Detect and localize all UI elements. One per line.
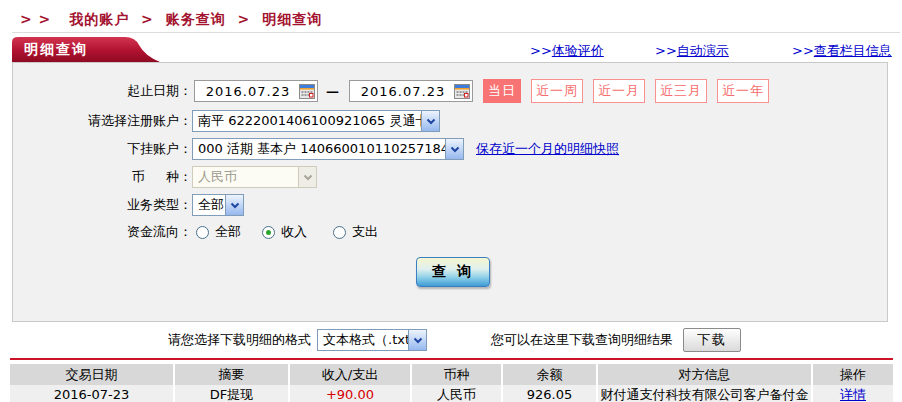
radio-icon[interactable] bbox=[196, 226, 209, 239]
download-format-label: 请您选择下载明细的格式 bbox=[168, 331, 311, 349]
table-top-line bbox=[10, 358, 893, 360]
detail-query-page: > > 我的账户 > 账务查询 > 明细查询 明细查询 >>体验评价 >>自动演… bbox=[0, 0, 902, 402]
breadcrumb-prefix: > > bbox=[20, 11, 51, 27]
header-income-expense: 收入/支出 bbox=[290, 364, 412, 385]
download-format-select[interactable]: 文本格式（.txt） bbox=[317, 329, 427, 351]
calendar-icon[interactable] bbox=[299, 84, 315, 99]
save-snapshot-link[interactable]: 保存近一个月的明细快照 bbox=[476, 140, 619, 158]
page-title: 明细查询 bbox=[24, 41, 88, 59]
header-trade-date: 交易日期 bbox=[10, 364, 175, 385]
result-table: 交易日期 摘要 收入/支出 币种 余额 对方信息 操作 2016-07-23 D… bbox=[10, 364, 893, 402]
query-form-panel: 起止日期： 2016.07.23 — 2016.07.23 bbox=[12, 62, 888, 322]
header-action: 操作 bbox=[813, 364, 893, 385]
chevron-down-icon[interactable] bbox=[408, 330, 426, 350]
chevron-down-icon[interactable] bbox=[225, 195, 243, 215]
sub-account-select[interactable]: 000 活期 基本户 1406600101102571848 bbox=[192, 138, 464, 160]
start-date-input[interactable]: 2016.07.23 bbox=[194, 80, 318, 102]
chevron-down-icon bbox=[298, 167, 316, 187]
register-account-select[interactable]: 南平 6222001406100921065 灵通卡 bbox=[192, 110, 440, 132]
chevron-down-icon[interactable] bbox=[421, 111, 439, 131]
header-summary: 摘要 bbox=[175, 364, 290, 385]
cell-amount: +90.00 bbox=[290, 385, 412, 402]
radio-icon[interactable] bbox=[333, 226, 346, 239]
fund-flow-label: 资金流向： bbox=[13, 223, 192, 241]
end-date-input[interactable]: 2016.07.23 bbox=[349, 80, 473, 102]
register-account-label: 请选择注册账户： bbox=[13, 112, 192, 130]
calendar-icon[interactable] bbox=[454, 84, 470, 99]
breadcrumb-separator: > bbox=[141, 11, 154, 27]
detail-link[interactable]: 详情 bbox=[840, 386, 866, 402]
date-range-row: 起止日期： 2016.07.23 — 2016.07.23 bbox=[13, 78, 769, 104]
header-counterparty: 对方信息 bbox=[598, 364, 813, 385]
register-account-row: 请选择注册账户： 南平 6222001406100921065 灵通卡 bbox=[13, 108, 440, 134]
breadcrumb-item-detail-query[interactable]: 明细查询 bbox=[262, 11, 322, 27]
range-button-last-week[interactable]: 近一周 bbox=[531, 79, 583, 103]
date-range-label: 起止日期： bbox=[13, 82, 192, 100]
divider bbox=[12, 32, 900, 33]
table-header-row: 交易日期 摘要 收入/支出 币种 余额 对方信息 操作 bbox=[10, 364, 893, 385]
range-button-last-year[interactable]: 近一年 bbox=[717, 79, 769, 103]
cell-counterparty: 财付通支付科技有限公司客户备付金 bbox=[598, 385, 813, 402]
range-button-last-month[interactable]: 近一月 bbox=[593, 79, 645, 103]
currency-row: 币 种： 人民币 bbox=[13, 164, 317, 190]
cell-balance: 926.05 bbox=[503, 385, 598, 402]
header-currency: 币种 bbox=[412, 364, 503, 385]
radio-fund-flow-income[interactable]: 收入 bbox=[262, 223, 307, 241]
cell-trade-date: 2016-07-23 bbox=[10, 385, 175, 402]
radio-checked-icon[interactable] bbox=[262, 226, 275, 239]
cell-action: 详情 bbox=[813, 385, 893, 402]
breadcrumb: > > 我的账户 > 账务查询 > 明细查询 bbox=[20, 11, 322, 29]
table-row: 2016-07-23 DF提现 +90.00 人民币 926.05 财付通支付科… bbox=[10, 385, 893, 402]
query-button[interactable]: 查 询 bbox=[416, 257, 490, 287]
date-range-dash: — bbox=[326, 84, 339, 99]
range-button-today[interactable]: 当日 bbox=[483, 79, 521, 103]
link-auto-demo[interactable]: >>自动演示 bbox=[655, 42, 729, 60]
range-button-last-3-months[interactable]: 近三月 bbox=[655, 79, 707, 103]
cell-summary: DF提现 bbox=[175, 385, 290, 402]
download-button[interactable]: 下载 bbox=[683, 328, 741, 352]
breadcrumb-separator: > bbox=[238, 11, 251, 27]
radio-fund-flow-expense[interactable]: 支出 bbox=[333, 223, 378, 241]
radio-fund-flow-all[interactable]: 全部 bbox=[196, 223, 241, 241]
download-hint: 您可以在这里下载查询明细结果 bbox=[491, 331, 673, 349]
sub-account-row: 下挂账户： 000 活期 基本户 1406600101102571848 保存近… bbox=[13, 136, 619, 162]
sub-account-label: 下挂账户： bbox=[13, 140, 192, 158]
fund-flow-row: 资金流向： 全部 收入 支出 bbox=[13, 219, 378, 245]
currency-label: 币 种： bbox=[13, 168, 192, 186]
download-row: 请您选择下载明细的格式 文本格式（.txt） 您可以在这里下载查询明细结果 下载 bbox=[0, 328, 902, 352]
currency-select: 人民币 bbox=[192, 166, 317, 188]
chevron-down-icon[interactable] bbox=[445, 139, 463, 159]
link-view-column-info[interactable]: >>查看栏目信息 bbox=[792, 42, 892, 60]
breadcrumb-item-account-query[interactable]: 账务查询 bbox=[166, 11, 226, 27]
header-balance: 余额 bbox=[503, 364, 598, 385]
link-experience-rating[interactable]: >>体验评价 bbox=[530, 42, 604, 60]
business-type-select[interactable]: 全部 bbox=[192, 194, 244, 216]
business-type-label: 业务类型： bbox=[13, 196, 192, 214]
cell-currency: 人民币 bbox=[412, 385, 503, 402]
breadcrumb-item-my-account[interactable]: 我的账户 bbox=[69, 11, 129, 27]
business-type-row: 业务类型： 全部 bbox=[13, 192, 244, 218]
